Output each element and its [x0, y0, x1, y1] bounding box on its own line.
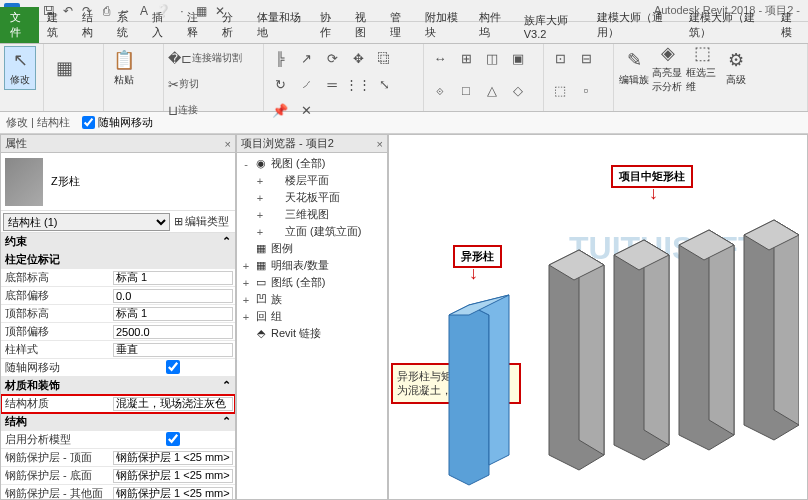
box3d-button[interactable]: ⬚框选三维: [686, 46, 718, 90]
edit-type-button[interactable]: ⊞ 编辑类型: [170, 214, 233, 229]
ribbon-tabs: 文件 建筑 结构 系统 插入 注释 分析 体量和场地 协作 视图 管理 附加模块…: [0, 22, 808, 44]
context-label: 修改 | 结构柱: [6, 115, 70, 130]
tree-node[interactable]: +回组: [239, 308, 385, 325]
property-value[interactable]: [111, 451, 235, 465]
property-value[interactable]: [111, 360, 235, 376]
property-value[interactable]: [111, 271, 235, 285]
align-icon[interactable]: ╠: [268, 46, 292, 70]
scale-icon[interactable]: ⤡: [372, 72, 396, 96]
tab-arch[interactable]: 建筑: [39, 7, 74, 43]
tab-struct[interactable]: 结构: [74, 7, 109, 43]
del-icon[interactable]: ✕: [294, 98, 318, 122]
modify-button[interactable]: ↖修改: [4, 46, 36, 90]
join-cut-button[interactable]: �⊏ 连接端切割: [168, 46, 242, 70]
highlight-button[interactable]: ◈高亮显示分析: [652, 46, 684, 90]
move-with-grid-check[interactable]: 随轴网移动: [82, 115, 153, 130]
tree-node[interactable]: ▦图例: [239, 240, 385, 257]
tab-bm3[interactable]: 建模: [773, 7, 808, 43]
section-header[interactable]: 约束⌃: [1, 233, 235, 251]
dim4-icon[interactable]: ▣: [506, 46, 530, 70]
join-button[interactable]: ⊔ 连接: [168, 98, 198, 122]
type-preview[interactable]: Z形柱: [1, 153, 235, 211]
copy-icon[interactable]: ⿻: [372, 46, 396, 70]
section-header[interactable]: 结构⌃: [1, 413, 235, 431]
tab-fam[interactable]: 族库大师V3.2: [516, 10, 590, 43]
advanced-button[interactable]: ⚙高级: [720, 46, 752, 90]
m1-icon[interactable]: ⊡: [548, 46, 572, 70]
tab-addin[interactable]: 附加模块: [417, 7, 471, 43]
tree-node[interactable]: -◉视图 (全部): [239, 155, 385, 172]
property-value[interactable]: [111, 469, 235, 483]
property-row: 随轴网移动: [1, 359, 235, 377]
tree-node[interactable]: +▦明细表/数量: [239, 257, 385, 274]
tab-analyze[interactable]: 分析: [214, 7, 249, 43]
property-value[interactable]: [111, 432, 235, 448]
array-icon[interactable]: ⋮⋮: [346, 72, 370, 96]
rect-columns-3d: [539, 215, 799, 495]
rotate-icon[interactable]: ↻: [268, 72, 292, 96]
property-value[interactable]: [111, 307, 235, 321]
tree-node[interactable]: ⬘Revit 链接: [239, 325, 385, 342]
pin-icon[interactable]: 📌: [268, 98, 292, 122]
tab-mass[interactable]: 体量和场地: [249, 7, 312, 43]
tree-node[interactable]: +楼层平面: [239, 172, 385, 189]
m3-icon[interactable]: ⬚: [548, 79, 572, 103]
split-icon[interactable]: ═: [320, 72, 344, 96]
dim6-icon[interactable]: □: [454, 79, 478, 103]
tab-view[interactable]: 视图: [347, 7, 382, 43]
svg-marker-13: [774, 220, 799, 425]
dim5-icon[interactable]: ⟐: [428, 79, 452, 103]
dim2-icon[interactable]: ⊞: [454, 46, 478, 70]
viewport-3d[interactable]: 异形柱与矩形柱材质同 为混凝土，现场浇筑灰 异形柱 项目中矩形柱 ↓ ↓ TUI…: [388, 134, 808, 500]
close-icon[interactable]: ×: [225, 138, 231, 150]
close-icon[interactable]: ×: [377, 138, 383, 150]
tab-system[interactable]: 系统: [109, 7, 144, 43]
dim3-icon[interactable]: ◫: [480, 46, 504, 70]
mirror-icon[interactable]: ⟳: [320, 46, 344, 70]
thumbnail-icon: [5, 158, 43, 206]
offset-icon[interactable]: ↗: [294, 46, 318, 70]
tab-annot[interactable]: 注释: [179, 7, 214, 43]
section-header[interactable]: 材质和装饰⌃: [1, 377, 235, 395]
edit-family-button[interactable]: ✎编辑族: [618, 46, 650, 90]
trim-icon[interactable]: ⟋: [294, 72, 318, 96]
tree-node[interactable]: +▭图纸 (全部): [239, 274, 385, 291]
instance-select[interactable]: 结构柱 (1): [3, 213, 170, 231]
dim7-icon[interactable]: △: [480, 79, 504, 103]
property-value[interactable]: [111, 397, 235, 411]
move-icon[interactable]: ✥: [346, 46, 370, 70]
property-label: 底部偏移: [1, 288, 111, 303]
property-value[interactable]: [111, 487, 235, 500]
tree-node[interactable]: +立面 (建筑立面): [239, 223, 385, 240]
property-row: 顶部标高: [1, 305, 235, 323]
tree-node[interactable]: +天花板平面: [239, 189, 385, 206]
tab-gjw[interactable]: 构件坞: [471, 7, 515, 43]
property-value[interactable]: [111, 325, 235, 339]
dim8-icon[interactable]: ◇: [506, 79, 530, 103]
paste-button[interactable]: 📋粘贴: [108, 46, 140, 90]
tab-insert[interactable]: 插入: [144, 7, 179, 43]
property-value[interactable]: [111, 343, 235, 357]
tree-node[interactable]: +三维视图: [239, 206, 385, 223]
property-row: 钢筋保护层 - 顶面: [1, 449, 235, 467]
cut-button[interactable]: ✂ 剪切: [168, 72, 199, 96]
properties-button[interactable]: ▦: [48, 46, 80, 90]
tab-collab[interactable]: 协作: [312, 7, 347, 43]
property-value[interactable]: [111, 289, 235, 303]
property-label: 钢筋保护层 - 其他面: [1, 486, 111, 499]
svg-marker-4: [579, 250, 604, 455]
section-header[interactable]: 柱定位标记: [1, 251, 235, 269]
property-label: 随轴网移动: [1, 360, 111, 375]
m4-icon[interactable]: ▫: [574, 79, 598, 103]
svg-marker-0: [449, 305, 489, 485]
tab-manage[interactable]: 管理: [382, 7, 417, 43]
svg-marker-10: [709, 230, 734, 435]
tab-bm1[interactable]: 建模大师（通用）: [589, 7, 681, 43]
tree-node[interactable]: +凹族: [239, 291, 385, 308]
tab-bm2[interactable]: 建模大师（建筑）: [681, 7, 773, 43]
m2-icon[interactable]: ⊟: [574, 46, 598, 70]
project-browser: 项目浏览器 - 项目2× -◉视图 (全部)+楼层平面+天花板平面+三维视图+立…: [236, 134, 388, 500]
tab-file[interactable]: 文件: [0, 7, 39, 43]
property-label: 钢筋保护层 - 顶面: [1, 450, 111, 465]
dim1-icon[interactable]: ↔: [428, 46, 452, 70]
